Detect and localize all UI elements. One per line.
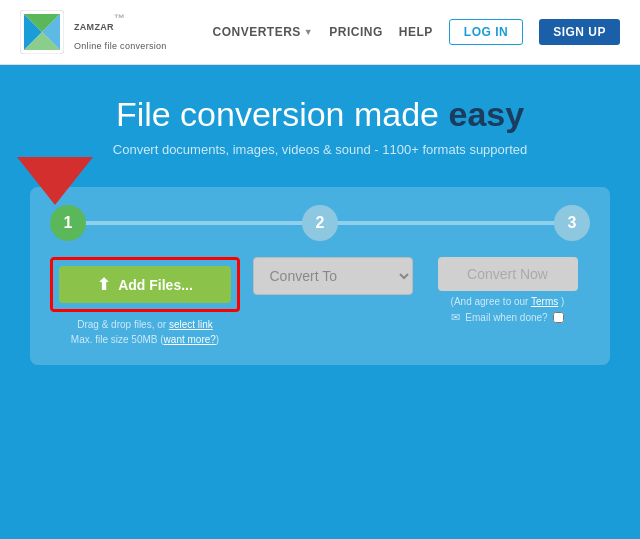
widget-area: 1 2 3 ⬆ Add Files... Drag & drop files, … <box>0 167 640 385</box>
logo-text: ZAMZAR™ Online file conversion <box>74 12 167 53</box>
terms-link[interactable]: Terms <box>531 296 558 307</box>
want-more-link[interactable]: want more? <box>164 334 216 345</box>
agree-prefix: (And agree to our <box>451 296 529 307</box>
add-files-area: ⬆ Add Files... <box>50 257 240 312</box>
navbar-right: CONVERTERS ▼ PRICING HELP LOG IN SIGN UP <box>213 19 620 45</box>
email-checkbox[interactable] <box>553 312 564 323</box>
logo-subtitle: Online file conversion <box>74 41 167 51</box>
steps-content: ⬆ Add Files... Drag & drop files, or sel… <box>50 257 590 347</box>
arrow-head <box>17 157 93 205</box>
add-files-button[interactable]: ⬆ Add Files... <box>59 266 231 303</box>
hero-title-part1: File <box>116 95 180 133</box>
nav-help-link[interactable]: HELP <box>399 25 433 39</box>
signup-button[interactable]: SIGN UP <box>539 19 620 45</box>
steps-bar: 1 2 3 <box>50 205 590 241</box>
upload-icon: ⬆ <box>97 275 110 294</box>
email-row: ✉ Email when done? <box>451 311 563 324</box>
drag-text-line1: Drag & drop files, or <box>77 319 166 330</box>
hero-title-part2: conversion made <box>180 95 448 133</box>
agree-end: ) <box>561 296 564 307</box>
converters-dropdown-arrow: ▼ <box>304 27 313 37</box>
navbar-left: ZAMZAR™ Online file conversion <box>20 10 167 54</box>
hero-title: File conversion made easy <box>20 95 620 134</box>
hero-title-easy: easy <box>448 95 524 133</box>
convert-to-select[interactable]: Convert To <box>253 257 413 295</box>
hero-subtitle: Convert documents, images, videos & soun… <box>20 142 620 157</box>
email-icon: ✉ <box>451 311 460 324</box>
convert-now-button[interactable]: Convert Now <box>438 257 578 291</box>
step-2-circle: 2 <box>302 205 338 241</box>
login-button[interactable]: LOG IN <box>449 19 523 45</box>
logo-title: ZAMZAR™ <box>74 12 167 35</box>
step-container: 1 2 3 ⬆ Add Files... Drag & drop files, … <box>30 187 610 365</box>
nav-converters-label: CONVERTERS <box>213 25 301 39</box>
step-3-col: Convert Now (And agree to our Terms ) ✉ … <box>425 257 590 324</box>
nav-converters-link[interactable]: CONVERTERS ▼ <box>213 25 314 39</box>
step-2-col: Convert To <box>250 257 415 295</box>
step-1-col: ⬆ Add Files... Drag & drop files, or sel… <box>50 257 240 347</box>
agree-text: (And agree to our Terms ) <box>451 296 565 307</box>
zamzar-logo-icon <box>20 10 64 54</box>
nav-pricing-link[interactable]: PRICING <box>329 25 383 39</box>
select-link[interactable]: select link <box>169 319 213 330</box>
step-1-circle: 1 <box>50 205 86 241</box>
hero-section: File conversion made easy Convert docume… <box>0 65 640 167</box>
step-3-circle: 3 <box>554 205 590 241</box>
drag-text: Drag & drop files, or select link Max. f… <box>71 317 219 347</box>
navbar: ZAMZAR™ Online file conversion CONVERTER… <box>0 0 640 65</box>
email-label: Email when done? <box>465 312 547 323</box>
add-files-label: Add Files... <box>118 277 193 293</box>
